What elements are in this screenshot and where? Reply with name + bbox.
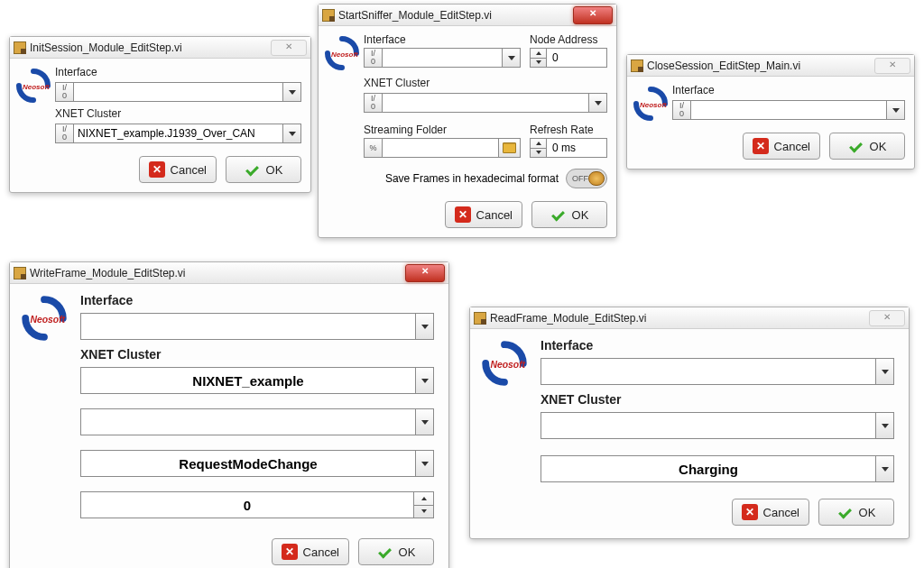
- vi-icon: [14, 41, 26, 54]
- interface-value: [383, 49, 502, 67]
- logo: [477, 336, 541, 526]
- ok-button[interactable]: OK: [226, 156, 301, 183]
- io-icon: I/0: [673, 101, 691, 119]
- chevron-down-icon[interactable]: [415, 451, 433, 476]
- interface-combo[interactable]: I/0: [672, 100, 905, 120]
- cluster-combo[interactable]: I/0: [364, 93, 607, 113]
- refresh-value[interactable]: 0 ms: [547, 139, 606, 157]
- titlebar[interactable]: InitSession_Module_EditStep.vi ✕: [10, 37, 310, 59]
- close-button[interactable]: ✕: [869, 310, 905, 326]
- refresh-spinner[interactable]: 0 ms: [530, 138, 607, 158]
- titlebar[interactable]: ReadFrame_Module_EditStep.vi ✕: [470, 307, 909, 329]
- dialog-writeframe: WriteFrame_Module_EditStep.vi ✕ Interfac…: [9, 261, 449, 568]
- cancel-button[interactable]: ✕Cancel: [732, 499, 809, 526]
- ok-button[interactable]: OK: [531, 201, 607, 228]
- node-address-spinner[interactable]: 0: [530, 48, 607, 68]
- cancel-button[interactable]: ✕Cancel: [743, 133, 820, 160]
- frame-field-4[interactable]: RequestModeChange: [80, 450, 434, 477]
- cancel-button[interactable]: ✕Cancel: [272, 538, 349, 565]
- cluster-combo[interactable]: I/0 NIXNET_example.J1939_Over_CAN: [55, 124, 301, 143]
- interface-combo[interactable]: [80, 313, 434, 340]
- step-down-icon[interactable]: [531, 59, 546, 68]
- hex-toggle[interactable]: OFF: [566, 169, 607, 188]
- cluster-label: XNET Cluster: [80, 347, 434, 362]
- toggle-knob-icon: [588, 171, 605, 186]
- frame-value-spinner[interactable]: 0: [80, 491, 434, 518]
- chevron-down-icon[interactable]: [886, 101, 904, 119]
- frame-value[interactable]: 0: [81, 492, 413, 518]
- chevron-down-icon[interactable]: [415, 368, 433, 393]
- chevron-down-icon[interactable]: [588, 94, 606, 112]
- logo: [17, 291, 80, 565]
- cluster-combo[interactable]: NIXNET_example: [80, 367, 434, 394]
- step-up-icon[interactable]: [531, 139, 546, 149]
- dialog-startsniffer: StartSniffer_Module_EditStep.vi ✕ Interf…: [318, 4, 617, 238]
- folder-input[interactable]: %: [364, 138, 521, 158]
- interface-value: [81, 314, 415, 339]
- path-icon: %: [365, 139, 383, 157]
- titlebar[interactable]: StartSniffer_Module_EditStep.vi ✕: [319, 5, 616, 26]
- chevron-down-icon[interactable]: [502, 49, 520, 67]
- io-icon: I/0: [56, 124, 74, 142]
- chevron-down-icon[interactable]: [282, 124, 300, 142]
- refresh-label: Refresh Rate: [530, 124, 607, 136]
- close-button[interactable]: ✕: [271, 40, 307, 56]
- close-button[interactable]: ✕: [573, 6, 613, 24]
- frame-field-3-value: Charging: [541, 456, 875, 481]
- chevron-down-icon[interactable]: [415, 314, 433, 339]
- logo: [15, 64, 55, 183]
- ok-button[interactable]: OK: [829, 133, 905, 160]
- interface-value: [74, 83, 282, 101]
- io-icon: I/0: [365, 94, 383, 112]
- check-icon: [848, 140, 864, 152]
- chevron-down-icon[interactable]: [875, 456, 893, 481]
- frame-field-3[interactable]: [80, 408, 434, 435]
- interface-combo[interactable]: [541, 358, 894, 385]
- window-title: StartSniffer_Module_EditStep.vi: [338, 9, 573, 22]
- check-icon: [245, 163, 261, 176]
- cancel-button[interactable]: ✕Cancel: [445, 201, 522, 228]
- chevron-down-icon[interactable]: [282, 83, 300, 101]
- dialog-closesession: CloseSession_EditStep_Main.vi ✕ Interfac…: [626, 54, 915, 169]
- dialog-initsession: InitSession_Module_EditStep.vi ✕ Interfa…: [9, 36, 311, 193]
- vi-icon: [322, 9, 335, 22]
- interface-label: Interface: [541, 338, 894, 353]
- ok-button[interactable]: OK: [358, 538, 434, 565]
- browse-button[interactable]: [498, 139, 520, 157]
- check-icon: [377, 545, 393, 558]
- folder-value[interactable]: [383, 139, 498, 157]
- step-up-icon[interactable]: [531, 49, 546, 59]
- cancel-icon: ✕: [742, 504, 758, 520]
- titlebar[interactable]: WriteFrame_Module_EditStep.vi ✕: [10, 262, 448, 284]
- cancel-button[interactable]: ✕Cancel: [139, 156, 217, 183]
- close-button[interactable]: ✕: [874, 58, 910, 74]
- ok-button[interactable]: OK: [818, 499, 894, 526]
- cluster-label: XNET Cluster: [55, 107, 301, 120]
- cancel-icon: ✕: [149, 161, 165, 178]
- logo: [324, 32, 364, 228]
- frame-field-4-value: RequestModeChange: [81, 451, 415, 476]
- close-button[interactable]: ✕: [405, 264, 445, 282]
- step-down-icon[interactable]: [414, 506, 433, 518]
- cluster-combo[interactable]: [541, 412, 894, 439]
- step-up-icon[interactable]: [414, 492, 433, 506]
- chevron-down-icon[interactable]: [875, 359, 893, 384]
- folder-icon: [503, 142, 516, 153]
- titlebar[interactable]: CloseSession_EditStep_Main.vi ✕: [627, 55, 914, 77]
- frame-field-3[interactable]: Charging: [541, 455, 894, 482]
- interface-label: Interface: [672, 84, 905, 96]
- chevron-down-icon[interactable]: [415, 409, 433, 435]
- chevron-down-icon[interactable]: [875, 413, 893, 438]
- window-title: InitSession_Module_EditStep.vi: [30, 41, 271, 54]
- vi-icon: [631, 60, 643, 72]
- interface-combo[interactable]: I/0: [364, 48, 521, 68]
- cluster-label: XNET Cluster: [364, 77, 607, 89]
- io-icon: I/0: [56, 83, 74, 101]
- cluster-value: NIXNET_example.J1939_Over_CAN: [74, 124, 282, 142]
- interface-combo[interactable]: I/0: [55, 82, 301, 102]
- window-title: ReadFrame_Module_EditStep.vi: [490, 312, 869, 325]
- dialog-readframe: ReadFrame_Module_EditStep.vi ✕ Interface…: [469, 307, 910, 539]
- node-address-value[interactable]: 0: [547, 49, 606, 67]
- toggle-state: OFF: [572, 174, 588, 183]
- step-down-icon[interactable]: [531, 149, 546, 158]
